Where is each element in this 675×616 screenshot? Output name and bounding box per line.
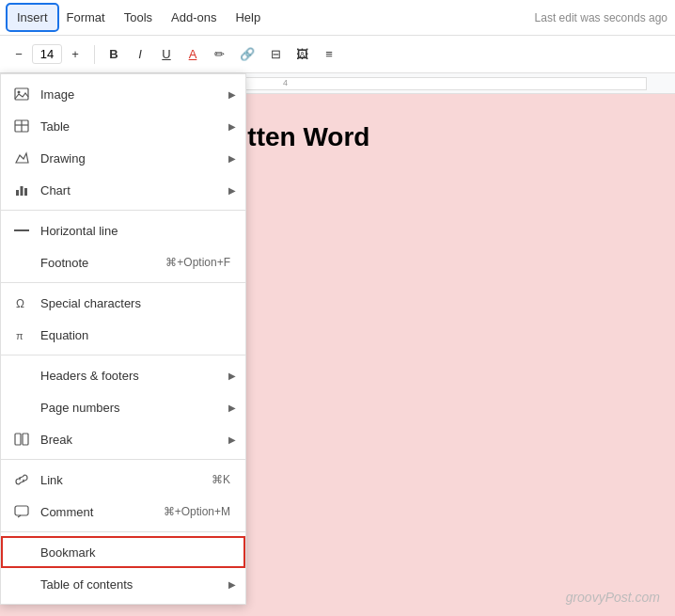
font-size-decrease[interactable]: − bbox=[8, 41, 30, 68]
bookmark-label: Bookmark bbox=[40, 545, 230, 560]
menu-item-hr[interactable]: Horizontal line bbox=[1, 214, 245, 246]
drawing-label: Drawing bbox=[40, 151, 230, 166]
link-label: Link bbox=[40, 473, 212, 487]
special-chars-icon: Ω bbox=[12, 293, 31, 312]
svg-text:π: π bbox=[16, 330, 24, 341]
last-edit-status: Last edit was seconds ago bbox=[535, 11, 667, 24]
page-numbers-icon bbox=[12, 398, 31, 417]
svg-rect-11 bbox=[15, 434, 21, 445]
menu-item-comment[interactable]: Comment ⌘+Option+M bbox=[1, 496, 245, 528]
insert-image-button[interactable]: 🖼 bbox=[290, 41, 314, 68]
ruler-mark-4: 4 bbox=[283, 78, 288, 87]
underline-button[interactable]: U bbox=[155, 41, 178, 68]
menu-item-link[interactable]: Link ⌘K bbox=[1, 464, 245, 496]
link-menu-icon bbox=[12, 470, 31, 489]
svg-rect-5 bbox=[16, 190, 19, 196]
watermark: groovyPost.com bbox=[566, 590, 660, 605]
comment-shortcut: ⌘+Option+M bbox=[164, 505, 230, 518]
divider-4 bbox=[1, 459, 245, 460]
menu-format[interactable]: Format bbox=[57, 5, 115, 30]
font-size-area: − 14 + bbox=[8, 41, 86, 68]
menu-item-equation[interactable]: π Equation bbox=[1, 319, 245, 351]
divider-1 bbox=[1, 210, 245, 211]
svg-rect-13 bbox=[15, 506, 28, 515]
menu-item-footnote[interactable]: Footnote ⌘+Option+F bbox=[1, 246, 245, 278]
divider-5 bbox=[1, 531, 245, 532]
toc-label: Table of contents bbox=[40, 577, 230, 592]
menu-item-break[interactable]: Break bbox=[1, 423, 245, 455]
menu-item-special-chars[interactable]: Ω Special characters bbox=[1, 287, 245, 319]
svg-text:Ω: Ω bbox=[16, 297, 24, 310]
equation-label: Equation bbox=[40, 328, 230, 342]
insert-comment-button[interactable]: ⊟ bbox=[264, 41, 287, 68]
page-numbers-label: Page numbers bbox=[40, 401, 230, 415]
headers-label: Headers & footers bbox=[40, 369, 230, 383]
toolbar: − 14 + B I U A ✏ 🔗 ⊟ 🖼 ≡ bbox=[0, 36, 675, 73]
menu-tools[interactable]: Tools bbox=[115, 5, 162, 30]
menu-item-image[interactable]: Image bbox=[1, 78, 245, 110]
comment-menu-icon bbox=[12, 502, 31, 521]
divider-2 bbox=[1, 282, 245, 283]
table-icon bbox=[12, 117, 31, 135]
chart-label: Chart bbox=[40, 183, 230, 197]
chart-icon bbox=[12, 181, 31, 199]
footnote-shortcut: ⌘+Option+F bbox=[165, 256, 230, 269]
main-layout: Image Table Drawing Chart bbox=[0, 73, 675, 616]
menu-item-toc[interactable]: Table of contents bbox=[1, 568, 245, 600]
font-size-increase[interactable]: + bbox=[64, 41, 86, 68]
hr-label: Horizontal line bbox=[40, 224, 230, 238]
comment-label: Comment bbox=[40, 505, 164, 519]
svg-point-1 bbox=[18, 91, 21, 94]
link-button[interactable]: 🔗 bbox=[234, 41, 260, 68]
equation-icon: π bbox=[12, 325, 31, 344]
image-icon bbox=[12, 85, 31, 103]
italic-button[interactable]: I bbox=[129, 41, 151, 68]
table-label: Table bbox=[40, 119, 230, 134]
font-color-button[interactable]: A bbox=[181, 41, 204, 68]
divider-3 bbox=[1, 355, 245, 355]
svg-rect-6 bbox=[21, 186, 24, 196]
menu-item-headers-footers[interactable]: Headers & footers bbox=[1, 359, 245, 391]
menu-item-page-numbers[interactable]: Page numbers bbox=[1, 391, 245, 423]
footnote-icon bbox=[12, 253, 31, 272]
headers-icon bbox=[12, 366, 31, 385]
insert-dropdown-menu: Image Table Drawing Chart bbox=[0, 73, 246, 605]
menu-addons[interactable]: Add-ons bbox=[162, 5, 226, 30]
bookmark-menu-icon bbox=[12, 543, 31, 561]
align-button[interactable]: ≡ bbox=[318, 41, 340, 68]
menu-help[interactable]: Help bbox=[226, 5, 270, 30]
svg-rect-7 bbox=[24, 188, 27, 196]
menu-item-table[interactable]: Table bbox=[1, 110, 245, 142]
drawing-icon bbox=[12, 149, 31, 167]
highlight-button[interactable]: ✏ bbox=[208, 41, 230, 68]
svg-rect-12 bbox=[23, 434, 28, 445]
menu-item-chart[interactable]: Chart bbox=[1, 174, 245, 206]
hr-icon bbox=[12, 221, 31, 240]
link-shortcut: ⌘K bbox=[212, 473, 230, 486]
break-label: Break bbox=[40, 433, 230, 447]
special-chars-label: Special characters bbox=[40, 296, 230, 310]
font-size-display: 14 bbox=[32, 44, 62, 64]
break-icon bbox=[12, 430, 31, 449]
toolbar-sep-1 bbox=[94, 45, 95, 64]
image-label: Image bbox=[40, 87, 230, 102]
menu-insert[interactable]: Insert bbox=[8, 5, 57, 30]
menu-bar: Insert Format Tools Add-ons Help Last ed… bbox=[0, 0, 675, 36]
menu-item-drawing[interactable]: Drawing bbox=[1, 142, 245, 174]
menu-item-bookmark[interactable]: Bookmark bbox=[1, 536, 245, 568]
footnote-label: Footnote bbox=[40, 256, 165, 270]
bold-button[interactable]: B bbox=[102, 41, 125, 68]
toc-icon bbox=[12, 575, 31, 593]
